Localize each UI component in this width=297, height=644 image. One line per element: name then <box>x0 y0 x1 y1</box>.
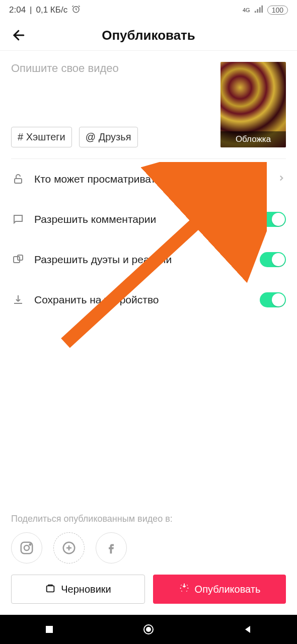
signal-icon <box>254 5 263 16</box>
share-instagram-button[interactable] <box>11 532 42 564</box>
svg-rect-1 <box>255 11 256 13</box>
description-input[interactable]: Опишите свое видео <box>11 62 213 75</box>
privacy-row[interactable]: Кто может просматривать это видео Все <box>11 159 286 199</box>
nav-back-icon[interactable] <box>240 622 255 637</box>
status-right: 4G 100 <box>243 5 288 16</box>
video-thumbnail[interactable]: Обложка <box>220 62 286 147</box>
status-net-type: 4G <box>243 7 250 13</box>
header: Опубликовать <box>0 20 297 50</box>
share-section: Поделиться опубликованным видео в: <box>0 514 297 564</box>
drafts-icon <box>45 583 56 596</box>
chevron-right-icon <box>277 174 286 185</box>
download-icon <box>11 293 25 307</box>
svg-point-10 <box>24 545 29 550</box>
duets-label: Разрешить дуэты и реакции <box>34 254 251 266</box>
cover-label[interactable]: Обложка <box>220 131 286 147</box>
privacy-label: Кто может просматривать это видео <box>34 173 240 185</box>
svg-point-16 <box>146 627 151 632</box>
nav-home-icon[interactable] <box>141 622 156 637</box>
svg-rect-4 <box>261 5 263 12</box>
lock-icon <box>11 172 25 186</box>
duet-icon <box>11 253 25 267</box>
publish-button[interactable]: Опубликовать <box>153 575 286 604</box>
share-add-button[interactable] <box>53 532 85 564</box>
share-title: Поделиться опубликованным видео в: <box>11 514 286 524</box>
svg-rect-3 <box>259 7 261 13</box>
page-title: Опубликовать <box>9 28 288 43</box>
duets-toggle[interactable] <box>260 252 286 267</box>
settings-section: Кто может просматривать это видео Все Ра… <box>0 159 297 320</box>
svg-rect-5 <box>15 179 22 183</box>
comments-row[interactable]: Разрешить комментарии <box>11 199 286 239</box>
comments-toggle[interactable] <box>260 212 286 227</box>
status-bar: 2:04 | 0,1 КБ/с 4G 100 <box>0 0 297 20</box>
comment-icon <box>11 212 25 226</box>
friends-chip[interactable]: @ Друзья <box>79 127 138 147</box>
status-net-speed: 0,1 КБ/с <box>36 5 68 15</box>
battery-indicator: 100 <box>267 6 288 15</box>
hashtag-chip[interactable]: # Хэштеги <box>11 127 72 147</box>
alarm-icon <box>71 5 81 16</box>
nav-recent-icon[interactable] <box>42 622 57 637</box>
save-toggle[interactable] <box>260 292 286 307</box>
share-facebook-button[interactable] <box>96 532 127 564</box>
comments-label: Разрешить комментарии <box>34 213 251 225</box>
duets-row[interactable]: Разрешить дуэты и реакции <box>11 239 286 280</box>
status-time: 2:04 <box>9 5 26 15</box>
svg-rect-13 <box>47 586 54 592</box>
drafts-label: Черновики <box>61 584 111 595</box>
svg-rect-2 <box>257 9 258 13</box>
svg-point-11 <box>30 544 31 545</box>
footer: Черновики Опубликовать <box>0 564 297 615</box>
privacy-value: Все <box>249 174 266 185</box>
status-left: 2:04 | 0,1 КБ/с <box>9 5 81 16</box>
drafts-button[interactable]: Черновики <box>11 575 145 604</box>
save-row[interactable]: Сохранить на устройство <box>11 280 286 320</box>
svg-rect-14 <box>46 626 53 633</box>
save-label: Сохранить на устройство <box>34 294 251 306</box>
publish-icon <box>179 583 190 596</box>
publish-label: Опубликовать <box>195 584 261 595</box>
android-navbar <box>0 615 297 644</box>
compose-section: Опишите свое видео # Хэштеги @ Друзья Об… <box>0 51 297 158</box>
